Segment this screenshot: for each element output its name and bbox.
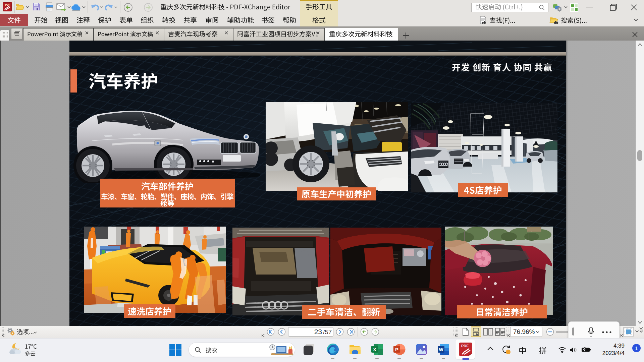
svg-text:W: W xyxy=(439,347,443,352)
svg-text:P: P xyxy=(395,347,398,352)
svg-text:X: X xyxy=(373,347,376,352)
svg-text:PDF: PDF xyxy=(5,3,10,6)
svg-text:PDF: PDF xyxy=(461,344,469,348)
